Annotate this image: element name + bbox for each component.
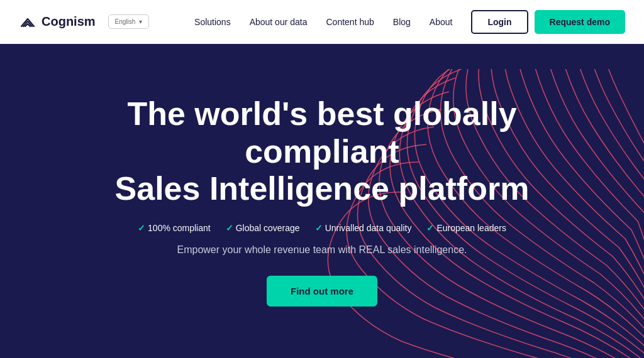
hero-title: The world's best globally compliant Sale… [99, 95, 545, 208]
check-icon-1: ✓ [138, 223, 145, 233]
check-icon-4: ✓ [426, 223, 434, 233]
find-out-more-button[interactable]: Find out more [267, 276, 377, 306]
nav-blog[interactable]: Blog [393, 17, 411, 27]
language-selector[interactable]: English ▾ [108, 14, 150, 29]
badge-compliant: ✓ 100% compliant [138, 223, 211, 233]
chevron-down-icon: ▾ [139, 18, 142, 25]
logo[interactable]: Cognism [19, 14, 96, 29]
check-icon-2: ✓ [226, 223, 233, 233]
hero-subtitle: Empower your whole revenue team with REA… [99, 244, 545, 256]
hero-title-line1: The world's best globally compliant [127, 95, 516, 170]
badge-quality: ✓ Unrivalled data quality [315, 223, 412, 233]
hero-title-line2: Sales Intelligence platform [115, 170, 530, 207]
nav-solutions[interactable]: Solutions [194, 17, 231, 27]
login-button[interactable]: Login [471, 10, 528, 34]
nav-about[interactable]: About [430, 17, 453, 27]
logo-text: Cognism [42, 14, 96, 29]
request-demo-button[interactable]: Request demo [535, 10, 625, 34]
cognism-logo-icon [19, 15, 36, 29]
hero-badges: ✓ 100% compliant ✓ Global coverage ✓ Unr… [99, 223, 545, 233]
language-label: English [115, 18, 136, 25]
navbar: Cognism English ▾ Solutions About our da… [0, 0, 644, 44]
hero-section: .wave-line { fill: none; stroke: #e84c6b… [0, 44, 644, 358]
nav-about-data[interactable]: About our data [250, 17, 308, 27]
nav-content-hub[interactable]: Content hub [326, 17, 374, 27]
nav-links: Solutions About our data Content hub Blo… [194, 17, 452, 27]
badge-leaders: ✓ European leaders [426, 223, 506, 233]
check-icon-3: ✓ [315, 223, 323, 233]
badge-coverage: ✓ Global coverage [226, 223, 300, 233]
hero-content: The world's best globally compliant Sale… [86, 95, 558, 306]
